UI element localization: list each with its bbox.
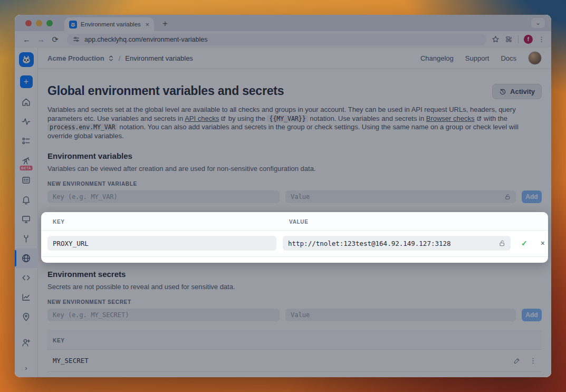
secret-key-input[interactable] (47, 309, 280, 321)
sidebar-nav: BETA (15, 92, 37, 352)
sidebar-item-home[interactable] (15, 92, 38, 112)
forward-button[interactable]: → (34, 35, 47, 44)
reload-button[interactable]: ⟳ (49, 35, 62, 44)
secrets-description: Secrets are not possible to reveal and u… (47, 283, 542, 291)
intro-paragraph: Variables and secrets set at the global … (47, 106, 539, 140)
breadcrumb-account[interactable]: Acme Production (47, 54, 104, 62)
sidebar-item-analytics[interactable] (15, 288, 38, 307)
secrets-table-header: KEY (47, 330, 542, 350)
beta-badge: BETA (20, 166, 33, 170)
browser-toolbar: ← → ⟳ app.checklyhq.com/environment-vari… (15, 31, 551, 47)
new-variable-form: Add (47, 190, 542, 203)
row-menu-kebab-icon[interactable]: ⋮ (530, 357, 536, 365)
new-secret-label: NEW ENVIRONMENT SECRET (47, 299, 542, 305)
docs-link[interactable]: Docs (501, 54, 516, 62)
cancel-x-icon[interactable]: × (541, 239, 545, 247)
support-link[interactable]: Support (465, 54, 490, 62)
variable-value-input[interactable] (285, 190, 516, 203)
unlock-icon[interactable] (498, 240, 506, 247)
back-button[interactable]: ← (20, 35, 33, 44)
toolbar-divider (518, 35, 519, 43)
site-info-icon[interactable] (73, 36, 80, 43)
sidebar-item-maintenance[interactable] (15, 229, 38, 248)
checklist-icon (21, 136, 31, 146)
add-secret-button[interactable]: Add (522, 309, 542, 321)
maximize-window-button[interactable] (46, 20, 53, 26)
external-link-icon (476, 116, 482, 121)
sidebar-collapse-chevron-icon[interactable]: › (15, 364, 38, 372)
chart-icon (21, 292, 31, 302)
minimize-window-button[interactable] (36, 20, 42, 26)
bookmark-star-icon[interactable] (492, 35, 500, 43)
globe-icon (21, 253, 31, 263)
browser-menu-icon[interactable]: ⋮ (538, 35, 545, 43)
url-text: app.checklyhq.com/environment-variables (84, 36, 207, 43)
variables-heading: Environment variables (47, 151, 542, 160)
browser-window: Environment variables × + ⌄ ← → ⟳ app.ch… (15, 15, 551, 377)
sidebar-item-private-locations[interactable] (15, 307, 38, 327)
dashboard-icon (21, 175, 31, 185)
breadcrumb-page: Environment variables (125, 54, 193, 62)
external-link-icon (220, 116, 226, 121)
wrench-icon (21, 234, 31, 244)
location-pin-icon (21, 312, 31, 322)
close-window-button[interactable] (25, 20, 32, 26)
confirm-check-icon[interactable]: ✓ (521, 239, 527, 247)
url-bar[interactable]: app.checklyhq.com/environment-variables (67, 34, 486, 45)
sidebar-item-alerts[interactable] (15, 190, 38, 209)
variables-table: KEY VALUE PROXY_URL ✓ × (41, 212, 548, 263)
edit-pencil-icon[interactable] (513, 357, 521, 365)
variable-row-proxy-url: PROXY_URL ✓ × (41, 231, 548, 257)
sidebar: + BETA › (15, 47, 38, 377)
sidebar-item-checks[interactable] (15, 112, 38, 131)
account-switcher-icon[interactable] (108, 55, 114, 62)
secret-row-my-secret: MY_SECRET ⋮ (47, 350, 542, 372)
sidebar-item-environment-variables[interactable] (15, 248, 38, 268)
value-column-header: VALUE (289, 219, 309, 225)
code-icon (21, 273, 31, 283)
secret-key-text: MY_SECRET (53, 357, 89, 365)
extensions-puzzle-icon[interactable] (505, 35, 513, 43)
process-env-code-chip: process.env.MY_VAR (47, 123, 118, 131)
checkly-logo[interactable] (19, 52, 34, 67)
variable-key-input[interactable] (47, 190, 280, 203)
variable-value-field[interactable] (283, 236, 511, 251)
new-variable-label: NEW ENVIRONMENT VARIABLE (47, 181, 542, 187)
invite-user-icon (21, 338, 31, 348)
app-viewport: + BETA › (15, 47, 551, 377)
app-header: Acme Production / Environment variables … (38, 47, 551, 69)
changelog-link[interactable]: Changelog (420, 54, 454, 62)
browser-tab[interactable]: Environment variables × (64, 17, 154, 31)
create-new-button[interactable]: + (20, 75, 33, 88)
tab-strip: Environment variables × + ⌄ (15, 15, 551, 31)
sidebar-item-status-pages[interactable] (15, 209, 38, 229)
sidebar-item-test-sessions[interactable] (15, 131, 38, 151)
tab-search-chevron-icon[interactable]: ⌄ (531, 18, 545, 28)
sidebar-item-traces[interactable]: BETA (15, 151, 38, 170)
new-tab-button[interactable]: + (162, 18, 168, 29)
monitor-icon (21, 214, 31, 224)
main-area: Acme Production / Environment variables … (38, 47, 551, 377)
sidebar-item-dashboards[interactable] (15, 170, 38, 190)
activity-button[interactable]: Activity (492, 84, 542, 99)
history-clock-icon (499, 88, 506, 95)
browser-checks-link[interactable]: Browser checks (426, 114, 475, 122)
add-variable-button[interactable]: Add (522, 190, 542, 203)
api-checks-link[interactable]: API checks (185, 114, 219, 122)
sidebar-item-snippets[interactable] (15, 268, 38, 288)
secret-value-input[interactable] (285, 309, 516, 321)
secrets-key-column-header: KEY (53, 338, 65, 343)
my-var-code-chip: {{MY_VAR}} (267, 115, 308, 122)
variable-key-field[interactable]: PROXY_URL (47, 236, 276, 251)
variables-table-header: KEY VALUE (41, 212, 548, 231)
secrets-heading: Environment secrets (47, 270, 542, 279)
unlock-icon[interactable] (504, 194, 511, 200)
sidebar-item-invite-user[interactable] (15, 333, 38, 352)
browser-profile-avatar[interactable]: f (524, 35, 533, 44)
breadcrumb-separator: / (119, 54, 121, 62)
page-title: Global environment variables and secrets (47, 84, 284, 98)
tab-close-icon[interactable]: × (145, 21, 149, 28)
key-column-header: KEY (53, 219, 289, 225)
checkly-favicon (69, 21, 77, 28)
user-avatar[interactable] (528, 51, 542, 65)
